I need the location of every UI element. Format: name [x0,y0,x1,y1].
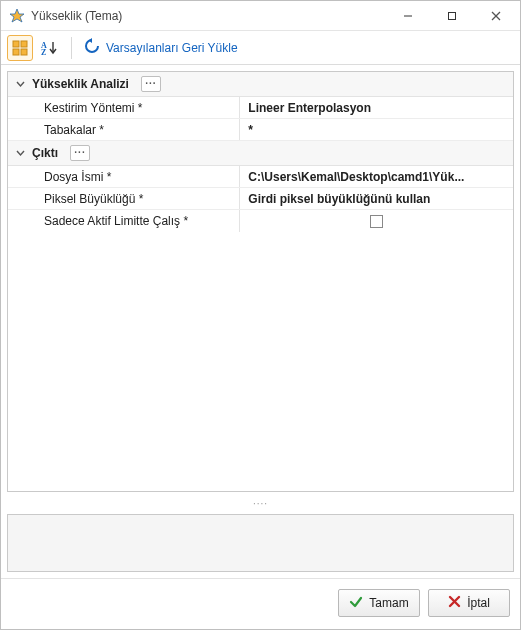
property-row[interactable]: Piksel Büyüklüğü * Girdi piksel büyüklüğ… [8,188,513,210]
property-value[interactable]: Girdi piksel büyüklüğünü kullan [240,188,513,209]
toolbar: A Z Varsayılanları Geri Yükle [1,31,520,65]
property-label: Dosya İsmi * [8,166,240,187]
ellipsis-icon: ··· [145,79,156,89]
chevron-down-icon[interactable] [14,147,26,159]
ok-button[interactable]: Tamam [338,589,420,617]
ok-label: Tamam [369,596,408,610]
property-row[interactable]: Sadece Aktif Limitte Çalış * [8,210,513,232]
property-label: Tabakalar * [8,119,240,140]
close-button[interactable] [474,2,518,30]
cancel-label: İptal [467,596,490,610]
titlebar: Yükseklik (Tema) [1,1,520,31]
restore-defaults-link[interactable]: Varsayılanları Geri Yükle [80,34,242,61]
svg-rect-7 [13,49,19,55]
property-row[interactable]: Tabakalar * * [8,119,513,141]
property-label: Sadece Aktif Limitte Çalış * [8,210,240,232]
cancel-button[interactable]: İptal [428,589,510,617]
restore-icon [84,38,100,57]
dialog-button-bar: Tamam İptal [1,578,520,629]
group-title: Çıktı [32,146,58,160]
property-label: Kestirim Yöntemi * [8,97,240,118]
property-row[interactable]: Kestirim Yöntemi * Lineer Enterpolasyon [8,97,513,119]
app-icon [9,8,25,24]
svg-rect-8 [21,49,27,55]
toolbar-separator [71,37,72,59]
property-value[interactable] [240,210,513,232]
grip-icon: ···· [253,498,268,509]
svg-rect-2 [449,12,456,19]
property-value[interactable]: Lineer Enterpolasyon [240,97,513,118]
categorized-view-button[interactable] [7,35,33,61]
group-header-analysis[interactable]: Yükseklik Analizi ··· [8,72,513,97]
svg-marker-0 [10,9,24,22]
property-value[interactable]: * [240,119,513,140]
group-options-button[interactable]: ··· [70,145,90,161]
alpha-sort-button[interactable]: A Z [37,35,63,61]
restore-defaults-label: Varsayılanları Geri Yükle [106,41,238,55]
description-panel [7,514,514,572]
property-label: Piksel Büyüklüğü * [8,188,240,209]
check-icon [349,595,363,612]
property-value[interactable]: C:\Users\Kemal\Desktop\camd1\Yük... [240,166,513,187]
property-row[interactable]: Dosya İsmi * C:\Users\Kemal\Desktop\camd… [8,166,513,188]
content-area: Yükseklik Analizi ··· Kestirim Yöntemi *… [1,65,520,578]
svg-marker-12 [89,38,93,43]
svg-rect-5 [13,41,19,47]
ellipsis-icon: ··· [74,148,85,158]
group-title: Yükseklik Analizi [32,77,129,91]
splitter-handle[interactable]: ···· [7,498,514,508]
cross-icon [448,595,461,611]
group-options-button[interactable]: ··· [141,76,161,92]
dialog-window: Yükseklik (Tema) [0,0,521,630]
window-title: Yükseklik (Tema) [31,9,386,23]
checkbox[interactable] [370,215,383,228]
minimize-button[interactable] [386,2,430,30]
window-controls [386,2,518,30]
svg-text:Z: Z [41,48,46,56]
chevron-down-icon[interactable] [14,78,26,90]
group-header-output[interactable]: Çıktı ··· [8,141,513,166]
maximize-button[interactable] [430,2,474,30]
property-grid: Yükseklik Analizi ··· Kestirim Yöntemi *… [7,71,514,492]
svg-rect-6 [21,41,27,47]
